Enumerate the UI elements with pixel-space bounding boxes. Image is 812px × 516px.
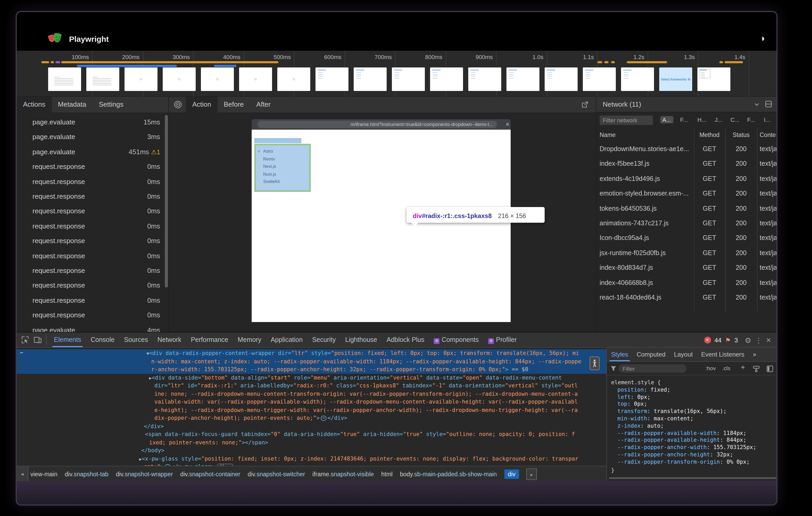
menu-item-remix[interactable]: Remix bbox=[263, 157, 275, 161]
action-row[interactable]: request.response0ms bbox=[17, 308, 164, 323]
film-thumb[interactable] bbox=[316, 67, 348, 91]
toggle-hover-state[interactable]: :hov bbox=[705, 365, 716, 371]
css-property-name[interactable]: position bbox=[617, 386, 644, 393]
styles-tab-event-listeners[interactable]: Event Listeners bbox=[697, 348, 748, 361]
network-row[interactable]: tokens-b6450536.jsGET200text/ja bbox=[597, 201, 778, 216]
film-thumb[interactable]: Select frameworks ⚙ bbox=[659, 67, 692, 91]
code-line[interactable]: ▼<div data-radix-popper-content-wrapper … bbox=[17, 349, 606, 357]
network-filter-pill[interactable]: I... bbox=[762, 116, 772, 123]
network-row[interactable]: index-f5bee13f.jsGET200text/ja bbox=[597, 157, 778, 171]
css-property-value[interactable]: 32px; bbox=[714, 451, 733, 457]
tab-after[interactable]: After bbox=[250, 97, 277, 113]
film-thumb[interactable] bbox=[239, 67, 272, 91]
styles-tab-layout[interactable]: Layout bbox=[670, 348, 697, 361]
breadcrumb-item[interactable]: body.sb-main-padded.sb-show-main bbox=[400, 471, 497, 477]
issue-count[interactable]: 3 bbox=[734, 336, 738, 344]
network-column-status[interactable]: Status bbox=[726, 128, 756, 142]
devtools-tab-security[interactable]: Security bbox=[308, 333, 340, 347]
tab-action[interactable]: Action bbox=[186, 97, 218, 113]
open-external-icon[interactable] bbox=[581, 101, 588, 108]
issues-flag-icon[interactable]: ⚑ bbox=[725, 336, 731, 344]
action-row[interactable]: page.evaluate451ms ⚠1 bbox=[17, 145, 164, 159]
hidden-ancestors-marker[interactable]: ⋯ bbox=[20, 349, 23, 356]
film-thumb[interactable] bbox=[354, 67, 387, 91]
css-property-value[interactable]: 1184px; bbox=[720, 429, 746, 436]
code-line[interactable]: vailable-width: var(--radix-popper-avail… bbox=[17, 398, 606, 406]
film-thumb[interactable] bbox=[392, 67, 425, 91]
action-row[interactable]: request.response0ms bbox=[17, 174, 164, 189]
devtools-tab-performance[interactable]: Performance bbox=[186, 333, 233, 347]
network-filter-input[interactable] bbox=[600, 116, 653, 125]
network-row[interactable]: extends-4c19d496.jsGET200text/ja bbox=[597, 172, 778, 186]
tab-metadata[interactable]: Metadata bbox=[52, 97, 92, 113]
network-row[interactable]: jsx-runtime-f025d0fb.jsGET200text/ja bbox=[597, 246, 778, 260]
new-style-rule-button[interactable]: + bbox=[741, 363, 745, 371]
code-line[interactable]: ▶<div data-side="bottom" data-align="sta… bbox=[17, 373, 606, 382]
action-row[interactable]: request.response0ms bbox=[17, 278, 164, 293]
css-property-value[interactable]: 0% 0px; bbox=[723, 458, 750, 465]
film-thumb[interactable] bbox=[86, 67, 119, 91]
devtools-tab-network[interactable]: Network bbox=[153, 333, 186, 347]
breadcrumb-item[interactable]: iframe.snapshot-visible bbox=[312, 471, 374, 477]
code-line[interactable]: e-height); --radix-dropdown-menu-trigger… bbox=[17, 406, 606, 414]
css-property-value[interactable]: translate(16px, 56px); bbox=[650, 408, 726, 414]
code-line[interactable]: ixed; pointer-events: none;"></span> bbox=[17, 438, 606, 447]
action-row[interactable]: request.response0ms bbox=[17, 234, 164, 248]
action-row[interactable]: request.response0ms bbox=[17, 189, 164, 204]
css-declaration[interactable]: --radix-popper-available-height: 844px; bbox=[611, 437, 756, 444]
action-row[interactable]: request.response0ms bbox=[17, 293, 164, 308]
styles-tab-overflow-icon[interactable]: » bbox=[749, 348, 760, 361]
device-toolbar-icon[interactable] bbox=[33, 336, 42, 344]
film-thumb[interactable] bbox=[430, 67, 463, 91]
film-thumb[interactable] bbox=[201, 67, 234, 91]
film-thumb[interactable] bbox=[163, 67, 196, 91]
css-declaration[interactable]: --radix-popper-anchor-width: 155.703125p… bbox=[611, 444, 756, 451]
chevron-down-icon[interactable] bbox=[754, 101, 760, 107]
settings-gear-icon[interactable]: ⚙ bbox=[745, 336, 751, 344]
css-declaration[interactable]: position: fixed; bbox=[611, 386, 756, 394]
toggle-sidebar-icon[interactable] bbox=[766, 365, 773, 372]
flex-badge[interactable]: flex bbox=[217, 464, 233, 466]
css-property-value[interactable]: 844px; bbox=[723, 437, 747, 443]
breadcrumb-item[interactable]: div.snapshot-switcher bbox=[248, 471, 305, 477]
network-filter-pill[interactable]: F... bbox=[678, 116, 690, 123]
styles-tab-styles[interactable]: Styles bbox=[607, 348, 632, 361]
breadcrumb-item[interactable]: html bbox=[381, 471, 393, 477]
code-line[interactable]: <span data-radix-focus-guard tabindex="0… bbox=[17, 430, 606, 438]
css-declaration[interactable]: z-index: auto; bbox=[611, 422, 756, 430]
network-filter-pill[interactable]: J... bbox=[713, 116, 724, 123]
css-property-name[interactable]: z-index bbox=[617, 422, 641, 429]
breadcrumb-item[interactable]: view-main bbox=[30, 471, 58, 477]
network-row[interactable]: Icon-dbcc95a4.jsGET200text/ja bbox=[597, 231, 778, 245]
code-line[interactable]: ine: none; --radix-dropdown-menu-content… bbox=[17, 390, 606, 398]
film-thumb[interactable] bbox=[583, 67, 616, 91]
css-property-name[interactable]: min-width bbox=[617, 415, 647, 421]
action-row[interactable]: request.response0ms bbox=[17, 219, 164, 234]
action-row[interactable]: page.evaluate15ms bbox=[17, 115, 164, 130]
css-property-value[interactable]: 0px; bbox=[634, 393, 650, 400]
network-filter-pill[interactable]: A... bbox=[660, 116, 673, 123]
css-property-name[interactable]: --radix-popper-anchor-width bbox=[617, 444, 706, 450]
network-row[interactable]: emotion-styled.browser.esm-...GET200text… bbox=[597, 186, 778, 201]
film-thumb[interactable] bbox=[124, 67, 157, 91]
css-property-name[interactable]: --radix-popper-available-width bbox=[617, 429, 717, 436]
toggle-classes[interactable]: .cls bbox=[722, 365, 731, 371]
code-line[interactable]: dix-popper-anchor-height); pointer-event… bbox=[17, 414, 606, 422]
menu-item-nuxtjs[interactable]: Nuxt.js bbox=[263, 172, 276, 177]
devtools-tab-sources[interactable]: Sources bbox=[119, 333, 153, 347]
network-column-name[interactable]: Name bbox=[600, 128, 689, 142]
tab-settings[interactable]: Settings bbox=[93, 97, 130, 113]
network-filter-pill[interactable]: H... bbox=[695, 116, 708, 123]
devtools-tab-elements[interactable]: Elements bbox=[49, 333, 86, 347]
network-row[interactable]: index-80d834d7.jsGET200text/ja bbox=[597, 260, 778, 275]
inline-expand-icon[interactable]: ⋯ bbox=[321, 416, 326, 421]
breadcrumb-back-button[interactable]: ◂ bbox=[17, 466, 28, 482]
paint-flashing-icon[interactable] bbox=[753, 365, 760, 372]
style-selector[interactable]: element.style bbox=[611, 379, 654, 385]
code-line[interactable]: r-anchor-width: 155.703125px; --radix-po… bbox=[17, 365, 606, 373]
error-count[interactable]: 44 bbox=[715, 336, 722, 344]
devtools-tab-lighthouse[interactable]: Lighthouse bbox=[340, 333, 382, 347]
breadcrumb-item[interactable]: div.snapshot-tab bbox=[65, 471, 109, 477]
menu-item-astro[interactable]: Astro bbox=[263, 149, 273, 154]
action-row[interactable]: page.evaluate3ms bbox=[17, 130, 164, 145]
